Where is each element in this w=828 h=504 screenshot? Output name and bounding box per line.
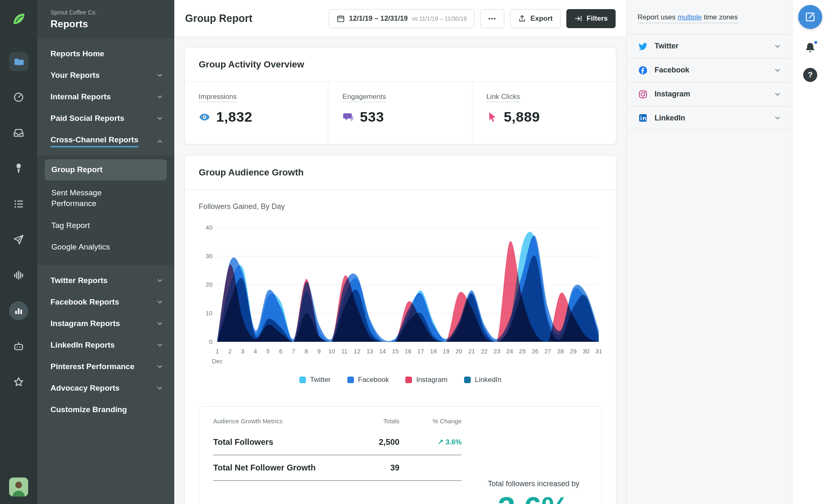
filters-button[interactable]: Filters: [566, 9, 616, 28]
col-header-metrics: Audience Growth Metrics: [213, 418, 337, 425]
svg-text:2: 2: [228, 348, 231, 355]
svg-text:Dec: Dec: [212, 358, 223, 365]
inbox-icon[interactable]: [9, 123, 28, 142]
feed-icon[interactable]: [9, 194, 28, 214]
svg-text:30: 30: [206, 253, 212, 259]
instagram-icon: [638, 89, 648, 99]
notifications-button[interactable]: [804, 41, 816, 55]
growth-card-header: Group Audience Growth: [185, 156, 616, 190]
export-button[interactable]: Export: [510, 9, 561, 28]
table-row-total-followers: Total Followers 2,500 ↗ 3.6%: [213, 430, 462, 455]
sidebar-item-instagram-reports[interactable]: Instagram Reports: [37, 313, 174, 334]
sidebar-item-cross-channel-reports[interactable]: Cross-Channel Reports: [37, 129, 174, 154]
svg-text:21: 21: [468, 348, 475, 355]
sidebar-item-sent-message-performance[interactable]: Sent Message Performance: [37, 182, 174, 215]
metric-label[interactable]: Engagements: [342, 93, 386, 102]
legend-label: Facebook: [358, 376, 389, 384]
folder-icon[interactable]: [9, 52, 28, 71]
compare-range-label: vs 11/1/19 – 11/30/19: [412, 15, 467, 22]
sidebar-item-linkedin-reports[interactable]: LinkedIn Reports: [37, 334, 174, 356]
sidebar-item-twitter-reports[interactable]: Twitter Reports: [37, 270, 174, 291]
chart-subtitle: Followers Gained, By Day: [199, 202, 602, 211]
metric-label[interactable]: Impressions: [199, 93, 237, 102]
sidebar-item-paid-social-reports[interactable]: Paid Social Reports: [37, 108, 174, 129]
sidebar-item-pinterest-performance[interactable]: Pinterest Performance: [37, 356, 174, 377]
chevron-down-icon: [774, 43, 781, 50]
calendar-icon: [337, 14, 345, 23]
audience-growth-chart[interactable]: 0102030401234567891011121314151617181920…: [199, 221, 602, 373]
metric-label[interactable]: Link Clicks: [486, 93, 520, 102]
network-row-instagram[interactable]: Instagram: [627, 82, 792, 106]
activity-card-header: Group Activity Overview: [185, 48, 616, 82]
chevron-down-icon: [774, 67, 781, 74]
legend-item-instagram[interactable]: Instagram: [405, 376, 448, 384]
sidebar-item-your-reports[interactable]: Your Reports: [37, 65, 174, 86]
sprout-logo[interactable]: [10, 10, 28, 28]
timezone-link[interactable]: multiple: [677, 13, 702, 21]
sidebar-item-customize-branding[interactable]: Customize Branding: [37, 399, 174, 420]
legend-item-twitter[interactable]: Twitter: [299, 376, 331, 384]
legend-label: Twitter: [310, 376, 331, 384]
svg-text:7: 7: [292, 348, 295, 355]
legend-label: LinkedIn: [475, 376, 501, 384]
sidebar-item-google-analytics[interactable]: Google Analytics: [37, 236, 174, 258]
svg-text:17: 17: [417, 348, 424, 355]
right-icon-rail: ?: [792, 0, 828, 504]
legend-swatch: [464, 377, 471, 383]
sidebar-header: Sprout Coffee Co. Reports: [37, 0, 174, 38]
more-options-button[interactable]: •••: [480, 9, 504, 28]
svg-text:8: 8: [305, 348, 308, 355]
audience-growth-metrics-box: Audience Growth Metrics Totals % Change …: [199, 406, 602, 504]
chart-legend: TwitterFacebookInstagramLinkedIn: [199, 376, 602, 384]
legend-swatch: [299, 377, 306, 383]
compose-button[interactable]: [798, 5, 822, 29]
svg-text:19: 19: [443, 348, 450, 355]
bot-icon[interactable]: [9, 337, 28, 356]
svg-text:5: 5: [267, 348, 270, 355]
star-icon[interactable]: [9, 372, 28, 391]
sidebar-item-advocacy-reports[interactable]: Advocacy Reports: [37, 377, 174, 399]
sidebar-item-internal-reports[interactable]: Internal Reports: [37, 86, 174, 108]
network-row-linkedin[interactable]: LinkedIn: [627, 106, 792, 130]
svg-text:9: 9: [317, 348, 320, 355]
sidebar-item-facebook-reports[interactable]: Facebook Reports: [37, 291, 174, 313]
svg-text:4: 4: [254, 348, 257, 355]
help-button[interactable]: ?: [803, 68, 817, 82]
network-row-twitter[interactable]: Twitter: [627, 34, 792, 58]
sidebar-item-group-report[interactable]: Group Report: [45, 159, 167, 180]
network-row-facebook[interactable]: Facebook: [627, 58, 792, 82]
gauge-icon[interactable]: [9, 88, 28, 107]
chevron-down-icon: [156, 298, 164, 306]
sprout-leaf-icon: [11, 11, 26, 27]
chevron-down-icon: [156, 93, 164, 101]
legend-item-facebook[interactable]: Facebook: [347, 376, 389, 384]
svg-text:22: 22: [481, 348, 488, 355]
network-label: LinkedIn: [655, 114, 685, 122]
user-avatar[interactable]: [9, 478, 28, 497]
svg-text:13: 13: [366, 348, 373, 355]
ellipsis-icon: •••: [488, 15, 496, 22]
reports-bar-chart-icon[interactable]: [9, 301, 28, 320]
svg-text:1: 1: [216, 348, 219, 355]
svg-text:6: 6: [279, 348, 282, 355]
chevron-down-icon: [156, 320, 164, 327]
pin-icon[interactable]: [9, 159, 28, 178]
chevron-down-icon: [156, 115, 164, 122]
svg-text:31: 31: [595, 348, 602, 355]
legend-item-linkedin[interactable]: LinkedIn: [464, 376, 501, 384]
reports-sidebar: Sprout Coffee Co. Reports Reports Home Y…: [37, 0, 174, 504]
chevron-down-icon: [156, 384, 164, 392]
listening-icon[interactable]: [9, 266, 28, 285]
sidebar-item-reports-home[interactable]: Reports Home: [37, 43, 174, 65]
publish-plane-icon[interactable]: [9, 230, 28, 249]
date-range-button[interactable]: 12/1/19 – 12/31/19 vs 11/1/19 – 11/30/19: [329, 9, 474, 28]
chevron-up-icon: [156, 138, 164, 145]
group-audience-growth-card: Group Audience Growth Followers Gained, …: [184, 155, 616, 504]
chevron-down-icon: [156, 363, 164, 370]
sidebar-item-tag-report[interactable]: Tag Report: [37, 215, 174, 237]
legend-swatch: [405, 377, 412, 383]
cross-channel-submenu: Group Report Sent Message Performance Ta…: [37, 155, 174, 265]
svg-text:23: 23: [493, 348, 500, 355]
table-row-net-follower-growth: Total Net Follower Growth 39: [213, 455, 462, 481]
chevron-down-icon: [156, 277, 164, 284]
